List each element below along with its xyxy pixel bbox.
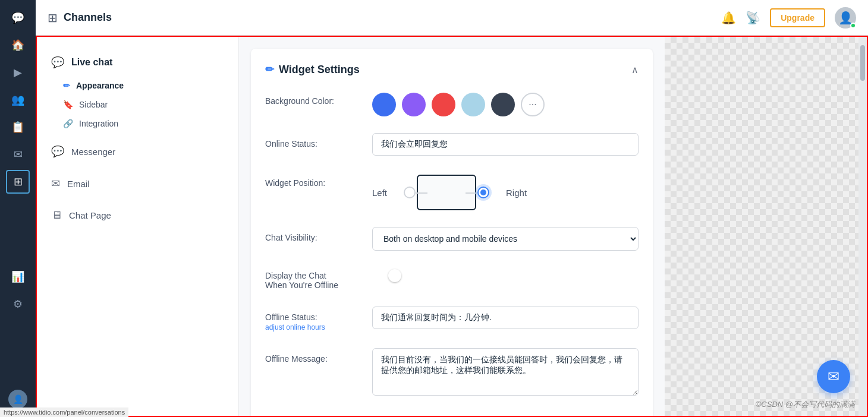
signal-icon[interactable]: 📡 <box>746 11 760 25</box>
offline-status-control <box>372 307 639 329</box>
position-line-left <box>416 192 427 194</box>
offline-message-row: Offline Message: 我们目前没有，当我们的一位接线员能回答时，我们… <box>265 348 639 398</box>
color-swatch-purple[interactable] <box>402 93 426 116</box>
integration-item[interactable]: 🔗 Integration <box>49 114 238 133</box>
adjust-online-hours-link[interactable]: adjust online hours <box>265 323 360 331</box>
widget-position-control: Left Right <box>372 172 639 210</box>
offline-status-input[interactable] <box>372 307 639 329</box>
offline-message-label: Offline Message: <box>265 348 360 364</box>
card-header: ✏ Widget Settings ∧ <box>265 63 639 76</box>
chat-page-label: Chat Page <box>69 210 111 220</box>
online-status-row: Online Status: <box>265 133 639 156</box>
position-track <box>399 175 494 210</box>
position-right-dot[interactable] <box>477 187 489 198</box>
online-status-label: Online Status: <box>265 133 360 149</box>
nav-settings-icon[interactable]: ⚙ <box>6 292 30 316</box>
chat-visibility-select[interactable]: Both on desktop and mobile devices Deskt… <box>372 227 639 251</box>
main-area: ⊞ Channels 🔔 📡 Upgrade 👤 💬 Live chat <box>36 0 868 417</box>
live-chat-item[interactable]: 💬 Live chat <box>37 49 238 76</box>
header-right: 🔔 📡 Upgrade 👤 <box>721 7 856 29</box>
color-swatch-blue[interactable] <box>372 93 396 116</box>
color-swatch-lightblue[interactable] <box>461 93 485 116</box>
offline-status-label-container: Offline Status: adjust online hours <box>265 307 360 331</box>
nav-play-icon[interactable]: ▶ <box>6 61 30 84</box>
nav-analytics-icon[interactable]: 📊 <box>6 265 30 289</box>
offline-message-control: 我们目前没有，当我们的一位接线员能回答时，我们会回复您，请提供您的邮箱地址，这样… <box>372 348 639 398</box>
online-status-dot <box>850 23 856 29</box>
position-toggle: Left Right <box>372 172 639 210</box>
chat-visibility-control: Both on desktop and mobile devices Deskt… <box>372 227 639 251</box>
widget-settings-title: Widget Settings <box>279 64 360 76</box>
nav-contacts-icon[interactable]: 👥 <box>6 88 30 112</box>
scroll-thumb <box>860 45 865 81</box>
watermark: ©CSDN @不会写代码的满满 <box>756 399 855 410</box>
email-label: Email <box>67 179 90 189</box>
integration-label: Integration <box>79 119 118 128</box>
nav-chat-icon[interactable]: 💬 <box>6 6 30 30</box>
appearance-label: Appearance <box>76 81 124 90</box>
position-left-dot[interactable] <box>404 187 416 198</box>
messenger-group: 💬 Messenger <box>37 138 238 165</box>
user-avatar-header[interactable]: 👤 <box>835 7 856 29</box>
sidebar-label: Sidebar <box>79 100 108 109</box>
chat-visibility-label: Chat Visibility: <box>265 227 360 242</box>
card-title: ✏ Widget Settings <box>265 63 360 76</box>
online-status-control <box>372 133 639 156</box>
position-right-label: Right <box>506 188 527 198</box>
chat-page-icon: 🖥 <box>51 209 62 222</box>
email-item[interactable]: ✉ Email <box>37 170 238 197</box>
live-chat-sub-items: ✏ Appearance 🔖 Sidebar 🔗 Integration <box>37 76 238 133</box>
messenger-label: Messenger <box>71 147 115 157</box>
background-color-control: ··· <box>372 90 639 116</box>
page-title: Channels <box>64 11 112 24</box>
email-group: ✉ Email <box>37 170 238 197</box>
nav-home-icon[interactable]: 🏠 <box>6 33 30 57</box>
live-chat-group: 💬 Live chat ✏ Appearance 🔖 Sidebar 🔗 Int… <box>37 49 238 133</box>
header-left: ⊞ Channels <box>48 11 112 25</box>
messenger-icon: 💬 <box>51 145 64 158</box>
right-checkered-panel: ©CSDN @不会写代码的满满 <box>665 37 867 416</box>
edit-icon: ✏ <box>265 63 274 76</box>
nav-channels-icon[interactable]: ⊞ <box>6 170 30 194</box>
nav-reports-icon[interactable]: 📋 <box>6 115 30 139</box>
appearance-item[interactable]: ✏ Appearance <box>49 76 238 95</box>
top-header: ⊞ Channels 🔔 📡 Upgrade 👤 <box>36 0 868 36</box>
color-swatches: ··· <box>372 90 639 116</box>
online-status-input[interactable] <box>372 133 639 156</box>
messenger-item[interactable]: 💬 Messenger <box>37 138 238 165</box>
pencil-icon: ✏ <box>63 81 70 90</box>
label-link-group: Offline Status: adjust online hours <box>265 312 360 331</box>
offline-message-textarea[interactable]: 我们目前没有，当我们的一位接线员能回答时，我们会回复您，请提供您的邮箱地址，这样… <box>372 348 639 396</box>
color-swatch-red[interactable] <box>432 93 455 116</box>
chat-page-item[interactable]: 🖥 Chat Page <box>37 202 238 229</box>
position-left-label: Left <box>372 188 387 198</box>
offline-status-row: Offline Status: adjust online hours <box>265 307 639 331</box>
color-swatch-dark[interactable] <box>491 93 515 116</box>
chat-visibility-row: Chat Visibility: Both on desktop and mob… <box>265 227 639 251</box>
content-body: 💬 Live chat ✏ Appearance 🔖 Sidebar 🔗 Int… <box>36 36 868 417</box>
chat-page-group: 🖥 Chat Page <box>37 202 238 229</box>
collapse-button[interactable]: ∧ <box>631 64 639 75</box>
link-icon: 🔗 <box>63 119 73 128</box>
upgrade-button[interactable]: Upgrade <box>770 8 825 27</box>
display-chat-row: Display the Chat When You're Offline <box>265 267 639 290</box>
sidebar-item[interactable]: 🔖 Sidebar <box>49 95 238 114</box>
email-icon: ✉ <box>51 177 60 190</box>
notification-icon[interactable]: 🔔 <box>721 11 736 25</box>
url-bar: https://www.tidio.com/panel/conversation… <box>0 407 128 417</box>
position-line-right <box>466 192 477 194</box>
nav-email-icon[interactable]: ✉ <box>6 143 30 166</box>
live-chat-channel-icon: 💬 <box>51 56 64 69</box>
left-navigation: 💬 🏠 ▶ 👥 📋 ✉ ⊞ 📊 ⚙ 👤 <box>0 0 36 417</box>
more-colors-button[interactable]: ··· <box>521 93 545 116</box>
widget-position-label: Widget Position: <box>265 172 360 188</box>
left-panel: 💬 Live chat ✏ Appearance 🔖 Sidebar 🔗 Int… <box>37 37 239 416</box>
offline-status-label: Offline Status: <box>265 312 360 322</box>
chat-float-button[interactable]: ✉ <box>817 360 850 393</box>
bookmark-icon: 🔖 <box>63 100 73 109</box>
live-chat-label: Live chat <box>71 57 112 68</box>
widget-settings-card: ✏ Widget Settings ∧ Background Color: <box>251 49 653 416</box>
channels-header-icon: ⊞ <box>48 11 58 25</box>
scrollbar[interactable] <box>858 37 867 416</box>
display-chat-label: Display the Chat When You're Offline <box>265 267 360 290</box>
